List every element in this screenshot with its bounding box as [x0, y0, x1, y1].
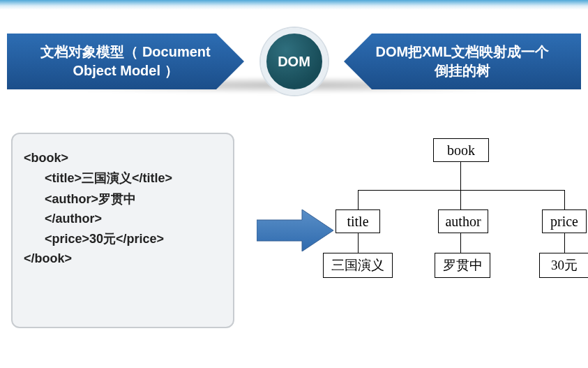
tree-leaf-price: 30元 [539, 253, 588, 278]
tree-edge [460, 190, 461, 209]
tree-node-price: price [542, 209, 587, 233]
lower-section: <book> <title>三国演义</title> <author>罗贯中 <… [6, 133, 582, 361]
tree-edge [460, 233, 461, 253]
dom-circle: DOM [261, 28, 328, 95]
dom-tree: book title author price 三国演义 罗贯中 30元 [344, 133, 578, 335]
tree-edge [564, 233, 565, 253]
big-right-arrow [257, 209, 333, 251]
code-l6: </book> [24, 251, 72, 265]
right-line1: DOM把XML文档映射成一个 [376, 43, 550, 61]
tree-node-author: author [438, 209, 488, 233]
tree-node-book: book [433, 138, 489, 162]
tree-node-title: title [336, 209, 380, 233]
xml-code-panel: <book> <title>三国演义</title> <author>罗贯中 <… [11, 133, 234, 328]
left-line2: Object Model ） [40, 61, 210, 80]
tree-edge [358, 233, 359, 253]
tree-leaf-author: 罗贯中 [435, 253, 490, 278]
dom-label: DOM [278, 54, 310, 70]
code-l3: <author>罗贯中 [45, 192, 136, 206]
slide: 文档对象模型（ Document Object Model ） DOM把XML文… [0, 0, 588, 368]
right-line2: 倒挂的树 [376, 61, 550, 80]
left-line1: 文档对象模型（ Document [40, 43, 210, 61]
right-arrow-box: DOM把XML文档映射成一个 倒挂的树 [344, 34, 581, 89]
code-l5: <price>30元</price> [45, 232, 164, 246]
code-l2: <title>三国演义</title> [45, 171, 172, 185]
code-l1: <book> [24, 151, 68, 165]
code-l4: </author> [45, 212, 102, 226]
tree-edge [460, 162, 461, 190]
top-gradient-bar [0, 0, 588, 10]
tree-edge [358, 190, 359, 209]
svg-marker-2 [257, 209, 333, 251]
right-arrow-text: DOM把XML文档映射成一个 倒挂的树 [358, 43, 568, 80]
left-arrow-box: 文档对象模型（ Document Object Model ） [7, 34, 244, 89]
tree-edge [564, 190, 565, 209]
tree-hbar [358, 190, 564, 191]
tree-leaf-title: 三国演义 [323, 253, 393, 278]
left-arrow-text: 文档对象模型（ Document Object Model ） [22, 43, 228, 80]
